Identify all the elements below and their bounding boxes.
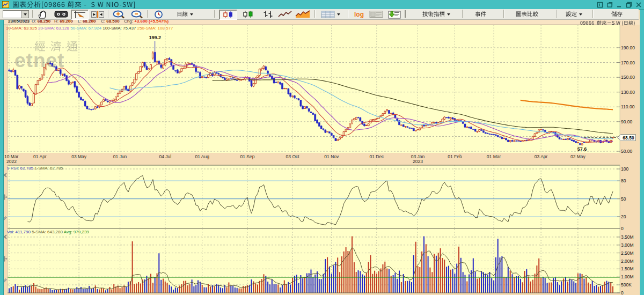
sma-100-legend: 100-SMA: 75.437 (103, 26, 136, 31)
menu-chart-compare[interactable] (506, 10, 548, 19)
chart-type-area-icon[interactable] (294, 10, 311, 19)
svg-text:01 Nov: 01 Nov (324, 154, 339, 159)
header-label: 1-SMA: (34, 166, 49, 171)
svg-text:03 May: 03 May (71, 154, 87, 159)
chart-canvas[interactable]: 68.50199.257.6190.00170.00150.00130.0011… (0, 0, 644, 295)
svg-text:01 Dec: 01 Dec (369, 154, 384, 159)
svg-text:2022: 2022 (6, 159, 17, 164)
svg-text:0: 0 (621, 226, 624, 231)
split-compare-tool[interactable] (90, 10, 105, 19)
rsi-sma-value: 1-SMA: 62.785 (34, 166, 63, 171)
svg-text:20: 20 (621, 214, 626, 219)
chart-type-candle-icon[interactable] (219, 10, 237, 20)
svg-text:150.00: 150.00 (621, 75, 635, 80)
svg-text:04 Jul: 04 Jul (159, 154, 171, 159)
window-title (12, 1, 136, 9)
menu-save[interactable] (604, 10, 629, 19)
app-icon (2, 1, 9, 8)
export-download-icon[interactable] (386, 10, 402, 19)
svg-text:90.00: 90.00 (621, 119, 633, 124)
main-toolbar: log (0, 9, 639, 20)
chart-type-bars-icon[interactable] (260, 10, 276, 19)
svg-text:3.00M: 3.00M (621, 242, 634, 248)
history-clock-icon[interactable] (151, 10, 166, 19)
interval-dropdown[interactable] (173, 10, 196, 19)
header-label: 9 RSI: (7, 166, 19, 171)
zoom-in-icon[interactable] (111, 10, 127, 19)
svg-text:03 Apr: 03 Apr (535, 154, 548, 159)
svg-text:500K: 500K (621, 282, 632, 287)
combo-dropdown-icon[interactable] (21, 11, 28, 18)
annotation-57.6: 57.6 (577, 146, 587, 152)
toolbar-separator (462, 10, 463, 18)
data-table-dropdown[interactable] (318, 10, 343, 19)
svg-text:2.00M: 2.00M (621, 259, 634, 264)
svg-text:01 Apr: 01 Apr (33, 154, 47, 159)
window-border-left (0, 19, 4, 295)
menu-label (516, 11, 538, 18)
last-price-tag: 68.50 (618, 135, 636, 141)
caret-down-icon (447, 13, 450, 16)
symbol-input[interactable] (4, 11, 21, 17)
quote-info-row: 23/05/2023 O: 68.250 H: 69.200 L: 68.200… (0, 19, 644, 25)
menu-label (177, 11, 188, 18)
chart-type-line-icon[interactable] (277, 10, 293, 19)
toolbar-separator (32, 10, 33, 18)
header-label: Vol: (7, 230, 14, 234)
svg-text:01 Aug: 01 Aug (195, 154, 209, 159)
svg-text:1.50M: 1.50M (621, 266, 634, 271)
svg-text:2023: 2023 (413, 159, 423, 164)
svg-text:50: 50 (621, 196, 626, 202)
volume-value: Vol: 411,790 (7, 230, 31, 234)
menu-technical-indicators[interactable] (416, 10, 456, 19)
sma-legend: 10-SMA: 63.925 20-SMA: 63.128 50-SMA: 67… (6, 26, 173, 31)
svg-text:0: 0 (621, 290, 624, 295)
log-scale-button[interactable]: log (351, 10, 367, 19)
menu-events[interactable] (468, 10, 493, 19)
instrument-label (580, 20, 635, 26)
header-label: Avg: (64, 230, 72, 234)
volume-pane-header: Vol: 411,790 5-SMA: 643,280 Avg: 979,239 (7, 230, 89, 234)
header-value: 62.785 (20, 166, 33, 171)
close-icon[interactable] (635, 2, 642, 8)
volume-sma-value: 5-SMA: 643,280 (32, 230, 63, 234)
window-number-button[interactable] (597, 2, 603, 8)
sma-10-legend: 10-SMA: 63.925 (6, 26, 37, 31)
chart-analysis-window: {"window":{"title":"圖表分析[09866 蔚來 - S W … (0, 0, 644, 295)
svg-text:50.00: 50.00 (621, 149, 633, 154)
header-value: 62.785 (50, 166, 63, 171)
toolbar-separator (405, 10, 406, 18)
svg-text:1.00M: 1.00M (621, 274, 634, 279)
caret-down-icon (24, 13, 27, 16)
svg-text:01 Feb: 01 Feb (448, 154, 462, 159)
header-value: 411,790 (16, 230, 31, 234)
svg-text:80: 80 (621, 178, 626, 183)
svg-text:03 Oct: 03 Oct (286, 154, 300, 159)
menu-label (566, 11, 577, 18)
rsi-pane-header: 9 RSI: 62.785 1-SMA: 62.785 (7, 166, 63, 171)
maximize-button[interactable] (626, 2, 632, 8)
svg-text:190.00: 190.00 (621, 45, 635, 50)
news-panel-icon[interactable] (368, 10, 384, 19)
svg-text:01 Jun: 01 Jun (113, 154, 127, 159)
svg-text:01 Sep: 01 Sep (240, 154, 254, 159)
chart-type-candle2-icon[interactable] (239, 10, 257, 19)
minimize-button[interactable] (616, 2, 623, 8)
rsi-value: 9 RSI: 62.785 (7, 166, 33, 171)
caret-down-icon (579, 13, 582, 16)
magnifier-view-tool[interactable] (53, 10, 69, 19)
float-window-button[interactable] (606, 2, 613, 8)
pan-hand-tool[interactable] (36, 10, 50, 19)
window-titlebar (0, 0, 644, 10)
symbol-combo[interactable] (3, 10, 29, 18)
crosshair-pointer-tool[interactable] (71, 10, 89, 20)
zoom-out-icon[interactable] (129, 10, 145, 19)
svg-text:01 Mar: 01 Mar (487, 154, 501, 159)
menu-settings[interactable] (558, 10, 589, 19)
svg-text:3.50M: 3.50M (621, 234, 634, 240)
volume-avg-value: Avg: 979,239 (64, 230, 89, 234)
toolbar-separator (592, 10, 594, 18)
toolbar-separator (348, 10, 349, 18)
annotation-199.2: 199.2 (149, 35, 161, 40)
toolbar-separator (147, 10, 148, 18)
